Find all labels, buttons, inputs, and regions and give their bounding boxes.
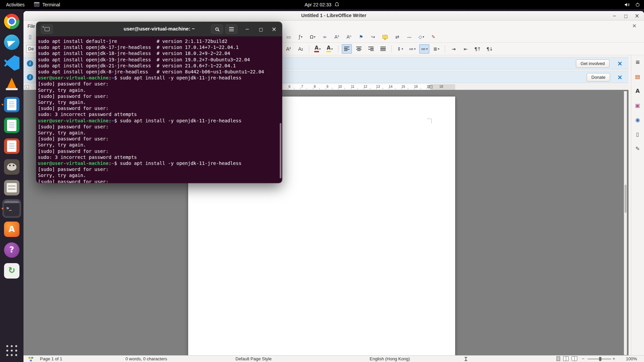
insert-bookmark-icon[interactable]: ⚑ (356, 32, 366, 42)
notification-bell-icon (334, 2, 339, 7)
page-style[interactable]: Default Page Style (235, 356, 272, 361)
book-view-icon[interactable] (572, 356, 577, 361)
maximize-button[interactable] (622, 12, 630, 19)
vlc-icon (4, 76, 19, 92)
terminal-line: [sudo] password for user: (38, 81, 279, 87)
special-character-icon[interactable]: Ω▾ (308, 32, 318, 42)
superscript-icon[interactable]: A² (283, 44, 293, 54)
dock-item-files[interactable] (2, 178, 21, 197)
top-bar: Activities Terminal Apr 22 02:33 (0, 0, 644, 9)
insert-textbox-icon[interactable]: ▭ (283, 32, 293, 42)
decrease-indent-icon[interactable]: ⇤ (461, 44, 471, 54)
dock-item-calc[interactable] (2, 116, 21, 135)
line-spacing-icon[interactable]: ⇕▾ (395, 44, 405, 54)
comment-bubble-shape (382, 35, 388, 39)
search-button[interactable] (211, 24, 223, 34)
terminal-window: user@user-virtual-machine: ~ sudo apt in… (36, 22, 282, 183)
subscript-icon[interactable]: A₂ (296, 44, 306, 54)
terminal-output[interactable]: sudo apt install default-jre # version 2… (36, 37, 282, 183)
align-right-icon[interactable] (366, 44, 376, 54)
dock-item-help[interactable] (2, 241, 21, 259)
page-deck-icon[interactable]: ▯ (633, 130, 642, 139)
show-applications-button[interactable] (5, 344, 18, 357)
increase-indent-icon[interactable]: ⇥ (448, 44, 459, 54)
hamburger-icon (229, 29, 234, 29)
navigator-icon[interactable]: ◉ (633, 116, 642, 124)
volume-icon[interactable] (624, 2, 630, 7)
toolbar-separator (338, 45, 338, 53)
word-count[interactable]: 0 words, 0 characters (125, 356, 167, 361)
outline-list-icon[interactable]: ≣▾ (431, 44, 441, 54)
multi-page-view-icon[interactable] (563, 356, 569, 361)
align-left-icon[interactable] (342, 44, 352, 54)
dock-item-impress[interactable] (2, 137, 21, 156)
terminal-scrollbar-thumb[interactable] (280, 123, 281, 178)
dock-item-gimp[interactable] (2, 158, 21, 176)
scrollbar-thumb[interactable] (625, 185, 627, 213)
dock-item-telegram[interactable] (2, 33, 21, 52)
new-tab-button[interactable] (41, 24, 53, 34)
track-changes-icon[interactable]: ⇄ (392, 32, 402, 42)
tab-stop-selector[interactable]: L (25, 85, 29, 89)
dock-item-vlc[interactable] (2, 74, 21, 93)
properties-icon[interactable]: ▤ (633, 72, 642, 81)
styles-icon[interactable]: A (633, 87, 642, 96)
writer-titlebar[interactable]: Untitled 1 - LibreOffice Writer (23, 11, 644, 20)
ordered-list-icon[interactable]: ≔▾ (419, 44, 429, 54)
dock-item-vscode[interactable] (2, 54, 21, 72)
dock-item-software[interactable] (2, 220, 21, 239)
terminal-maximize-button[interactable] (257, 25, 265, 33)
terminal-line: Sorry, try again. (38, 142, 279, 148)
horizontal-line-icon[interactable]: — (404, 32, 414, 42)
menu-button[interactable] (225, 24, 237, 34)
basic-shapes-icon[interactable]: ◇▾ (416, 32, 426, 42)
close-document-icon[interactable] (632, 23, 637, 29)
zoom-slider-handle[interactable] (599, 357, 601, 361)
font-color-icon[interactable]: A▾ (313, 44, 323, 54)
draw-functions-icon[interactable]: ✎ (428, 32, 438, 42)
zoom-in-button[interactable]: + (612, 356, 615, 361)
unordered-list-icon[interactable]: ≔▾ (407, 44, 417, 54)
page-count[interactable]: Page 1 of 1 (40, 356, 62, 361)
infobar-close-icon[interactable] (617, 73, 623, 81)
insert-comment-icon[interactable] (380, 32, 390, 42)
get-involved-button[interactable]: Get involved (576, 59, 609, 68)
para-space-decrease-icon[interactable]: ¶↓ (485, 44, 495, 54)
sidebar-settings-icon[interactable]: ≡ (633, 58, 642, 67)
activities-button[interactable]: Activities (0, 0, 31, 9)
align-center-icon[interactable] (354, 44, 364, 54)
minimize-button[interactable] (611, 12, 618, 19)
insert-field-icon[interactable]: ƒ▾ (296, 32, 306, 42)
clock[interactable]: Apr 22 02:33 (305, 0, 339, 9)
donate-button[interactable]: Donate (587, 73, 610, 81)
new-document-icon[interactable]: ▯ (26, 33, 34, 41)
dock-item-writer[interactable] (2, 95, 21, 114)
zoom-level[interactable]: 100% (626, 356, 637, 361)
highlight-color-icon[interactable]: A▾ (325, 44, 335, 54)
paragraph-style-combobox[interactable]: De (26, 45, 36, 53)
align-justify-icon[interactable] (378, 44, 388, 54)
para-space-increase-icon[interactable]: ¶↑ (473, 44, 483, 54)
dock-item-terminal[interactable] (2, 199, 21, 218)
gallery-icon[interactable]: ▣ (633, 101, 642, 110)
dock-item-chrome[interactable] (2, 12, 21, 31)
terminal-titlebar[interactable]: user@user-virtual-machine: ~ (36, 22, 282, 37)
text-language[interactable]: English (Hong Kong) (370, 356, 410, 361)
hyperlink-icon[interactable]: ∞ (320, 32, 330, 42)
infobar-close-icon[interactable] (617, 59, 623, 67)
terminal-close-button[interactable] (270, 25, 278, 33)
insert-endnote-icon[interactable]: Aⁿ (344, 32, 354, 42)
zoom-out-button[interactable]: − (582, 356, 584, 361)
focused-app-indicator[interactable]: Terminal (34, 2, 60, 7)
single-page-view-icon[interactable] (556, 356, 560, 361)
style-inspector-icon[interactable]: ✎ (633, 144, 642, 153)
cross-reference-icon[interactable]: ↪ (368, 32, 378, 42)
dock-item-updater[interactable] (2, 261, 21, 280)
terminal-minimize-button[interactable] (243, 25, 252, 33)
selection-mode-icon[interactable] (464, 357, 468, 361)
close-button[interactable] (633, 12, 641, 19)
document-structure-icon[interactable] (28, 357, 33, 362)
document-scrollbar[interactable] (624, 91, 627, 355)
power-icon[interactable] (635, 2, 640, 7)
insert-footnote-icon[interactable]: A¹ (332, 32, 342, 42)
